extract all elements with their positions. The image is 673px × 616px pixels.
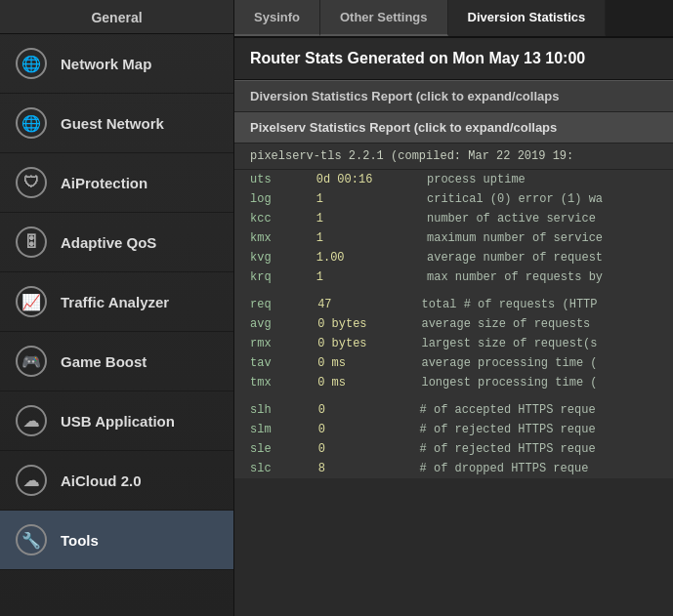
tab-other-settings[interactable]: Other Settings: [320, 0, 448, 36]
game-boost-icon: 🎮: [16, 346, 47, 377]
pixelserv-header[interactable]: Pixelserv Statistics Report (click to ex…: [234, 112, 673, 144]
page-title: Router Stats Generated on Mon May 13 10:…: [234, 38, 673, 80]
table-row: uts 0d 00:16 process uptime: [234, 170, 673, 189]
stat-desc: # of accepted HTTPS reque: [404, 400, 673, 420]
stats-table-3: slh 0 # of accepted HTTPS reque slm 0 # …: [234, 400, 673, 478]
stat-val: 8: [303, 459, 404, 478]
stat-val: 0: [303, 420, 404, 439]
sidebar-item-guest-network[interactable]: 🌐 Guest Network: [0, 94, 233, 153]
table-row: sle 0 # of rejected HTTPS reque: [234, 439, 673, 459]
table-row: kmx 1 maximum number of service: [234, 228, 673, 248]
sidebar-item-network-map[interactable]: 🌐 Network Map: [0, 34, 233, 94]
sidebar-item-label: Traffic Analyzer: [61, 294, 169, 310]
stats-table-2: req 47 total # of requests (HTTP avg 0 b…: [234, 295, 673, 392]
stat-key: kmx: [234, 228, 301, 248]
diversion-statistics-header[interactable]: Diversion Statistics Report (click to ex…: [234, 80, 673, 112]
table-row: slc 8 # of dropped HTTPS reque: [234, 459, 673, 478]
tab-sysinfo[interactable]: Sysinfo: [234, 0, 320, 36]
stat-val: 0: [303, 439, 404, 459]
table-row: kvg 1.00 average number of request: [234, 248, 673, 267]
stat-val: 47: [302, 295, 405, 314]
sidebar-item-label: AiCloud 2.0: [61, 472, 142, 489]
stat-val: 0 ms: [302, 373, 405, 392]
tools-icon: 🔧: [16, 524, 47, 555]
table-row: tmx 0 ms longest processing time (: [234, 373, 673, 392]
stat-val: 0 bytes: [302, 314, 405, 334]
aiprotection-icon: 🛡: [16, 167, 47, 198]
table-row: rmx 0 bytes largest size of request(s: [234, 334, 673, 353]
sidebar-item-adaptive-qos[interactable]: 🎛 Adaptive QoS: [0, 213, 233, 272]
stat-val: 0: [303, 400, 404, 420]
stat-val: 1: [301, 267, 411, 287]
stat-desc: average size of requests: [405, 314, 673, 334]
stat-desc: longest processing time (: [405, 373, 673, 392]
sidebar-item-label: Network Map: [61, 56, 151, 72]
stat-desc: average processing time (: [405, 353, 673, 373]
guest-network-icon: 🌐: [16, 107, 47, 139]
stat-key: kcc: [234, 209, 301, 228]
sidebar-item-traffic-analyzer[interactable]: 📈 Traffic Analyzer: [0, 272, 233, 332]
stat-desc: average number of request: [411, 248, 673, 267]
stat-desc: # of dropped HTTPS reque: [404, 459, 673, 478]
sidebar-item-aiprotection[interactable]: 🛡 AiProtection: [0, 153, 233, 213]
stat-desc: # of rejected HTTPS reque: [404, 420, 673, 439]
stat-val: 0 bytes: [302, 334, 405, 353]
stats-table-1: uts 0d 00:16 process uptime log 1 critic…: [234, 170, 673, 287]
stat-desc: critical (0) error (1) wa: [411, 189, 673, 209]
usb-application-icon: ☁: [16, 405, 47, 436]
stat-desc: # of rejected HTTPS reque: [404, 439, 673, 459]
stat-val: 0 ms: [302, 353, 405, 373]
stat-key: avg: [234, 314, 302, 334]
stat-desc: max number of requests by: [411, 267, 673, 287]
sidebar-item-label: Adaptive QoS: [61, 234, 156, 251]
stat-key: tmx: [234, 373, 302, 392]
stat-key: kvg: [234, 248, 301, 267]
stat-desc: number of active service: [411, 209, 673, 228]
stat-val: 1: [301, 189, 411, 209]
stat-key: req: [234, 295, 302, 314]
adaptive-qos-icon: 🎛: [16, 226, 47, 258]
stat-key: slm: [234, 420, 303, 439]
table-row: avg 0 bytes average size of requests: [234, 314, 673, 334]
sidebar-item-label: Guest Network: [61, 115, 164, 132]
traffic-analyzer-icon: 📈: [16, 286, 47, 317]
stat-key: slh: [234, 400, 303, 420]
tab-diversion-statistics[interactable]: Diversion Statistics: [448, 0, 607, 36]
stat-key: slc: [234, 459, 303, 478]
stat-desc: process uptime: [411, 170, 673, 189]
stat-key: rmx: [234, 334, 302, 353]
aicloud-icon: ☁: [16, 465, 47, 496]
table-row: slm 0 # of rejected HTTPS reque: [234, 420, 673, 439]
pixelserv-version: pixelserv-tls 2.2.1 (compiled: Mar 22 20…: [234, 144, 673, 170]
stat-desc: largest size of request(s: [405, 334, 673, 353]
stat-key: uts: [234, 170, 301, 189]
tabs-bar: Sysinfo Other Settings Diversion Statist…: [234, 0, 673, 38]
table-row: log 1 critical (0) error (1) wa: [234, 189, 673, 209]
stat-key: log: [234, 189, 301, 209]
sidebar-item-aicloud[interactable]: ☁ AiCloud 2.0: [0, 451, 233, 511]
sidebar-item-usb-application[interactable]: ☁ USB Application: [0, 391, 233, 451]
stat-key: krq: [234, 267, 301, 287]
stat-key: tav: [234, 353, 302, 373]
sidebar-item-label: USB Application: [61, 413, 175, 430]
stat-val: 0d 00:16: [301, 170, 411, 189]
sidebar-item-label: Game Boost: [61, 353, 147, 370]
table-row: krq 1 max number of requests by: [234, 267, 673, 287]
table-row: tav 0 ms average processing time (: [234, 353, 673, 373]
table-row: kcc 1 number of active service: [234, 209, 673, 228]
sidebar-item-label: AiProtection: [61, 175, 147, 191]
sidebar-item-tools[interactable]: 🔧 Tools: [0, 511, 233, 570]
stat-desc: maximum number of service: [411, 228, 673, 248]
stat-key: sle: [234, 439, 303, 459]
stat-desc: total # of requests (HTTP: [405, 295, 673, 314]
network-map-icon: 🌐: [16, 48, 47, 79]
sidebar-item-game-boost[interactable]: 🎮 Game Boost: [0, 332, 233, 391]
stat-val: 1.00: [301, 248, 411, 267]
content-area: Router Stats Generated on Mon May 13 10:…: [234, 38, 673, 616]
sidebar-item-label: Tools: [61, 532, 99, 549]
general-section-header: General: [0, 0, 233, 34]
table-row: slh 0 # of accepted HTTPS reque: [234, 400, 673, 420]
table-row: req 47 total # of requests (HTTP: [234, 295, 673, 314]
stat-val: 1: [301, 228, 411, 248]
stat-val: 1: [301, 209, 411, 228]
